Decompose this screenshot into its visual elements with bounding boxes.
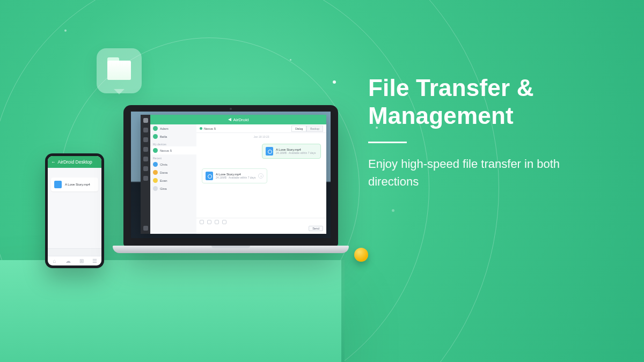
- airdroid-app: AirDroid Adam Bella My devices Nexus 5 R…: [141, 115, 326, 234]
- contact-row[interactable]: Adam: [150, 124, 196, 132]
- composer: Send: [196, 218, 326, 234]
- avatar-icon: [153, 186, 158, 191]
- attach-file-icon[interactable]: [200, 220, 204, 224]
- dock-icon[interactable]: [143, 176, 148, 181]
- attach-app-icon[interactable]: [222, 220, 226, 224]
- device-row-active[interactable]: Nexus 5: [150, 146, 196, 154]
- dock-icon[interactable]: [143, 137, 148, 142]
- airdroid-logo-icon: [228, 118, 231, 121]
- phone-mockup: ← AirDroid Desktop A Love Story.mp4 ⌂ ☁ …: [45, 153, 104, 268]
- file-icon: [266, 147, 273, 156]
- phone-title: AirDroid Desktop: [58, 159, 92, 165]
- avatar-icon: [153, 170, 158, 175]
- app-body: Adam Bella My devices Nexus 5 Recent Chr…: [150, 124, 326, 234]
- phone-input-bar[interactable]: [48, 248, 101, 256]
- composer-toolbar: [196, 218, 326, 226]
- decorative-ball: [354, 248, 368, 262]
- app-brand: AirDroid: [233, 117, 249, 122]
- laptop-lid: AirDroid Adam Bella My devices Nexus 5 R…: [123, 105, 338, 247]
- app-panel: AirDroid Adam Bella My devices Nexus 5 R…: [150, 115, 326, 234]
- attach-image-icon[interactable]: [215, 220, 219, 224]
- phone-titlebar: ← AirDroid Desktop: [48, 156, 101, 168]
- chat-pane: Nexus 5 Dialog Backup Jan 18 10:23: [196, 124, 326, 234]
- subheadline: Enjoy high-speed file transfer in both d…: [368, 155, 612, 190]
- back-icon[interactable]: ←: [51, 159, 56, 165]
- chat-header: Nexus 5 Dialog Backup: [196, 124, 326, 133]
- app-dock: [141, 115, 150, 234]
- contact-row[interactable]: Gina: [150, 184, 196, 193]
- dock-icon[interactable]: [143, 128, 148, 132]
- camera-dot: [230, 108, 232, 110]
- section-recent: Recent: [150, 154, 196, 160]
- avatar-icon: [153, 126, 158, 131]
- headline-line1: File Transfer &: [368, 75, 534, 101]
- chat-device: Nexus 5: [200, 127, 216, 130]
- tab-backup[interactable]: Backup: [306, 125, 323, 132]
- file-meta: 24.16MB · Available within 7 days: [276, 151, 316, 154]
- message-outgoing: A Love Story.mp4 24.16MB · Available wit…: [262, 144, 321, 159]
- dock-icon[interactable]: [143, 166, 148, 171]
- folder-bubble: [97, 48, 142, 93]
- nav-item[interactable]: ☁: [61, 256, 75, 265]
- laptop-screen: AirDroid Adam Bella My devices Nexus 5 R…: [131, 112, 331, 238]
- file-card[interactable]: A Love Story.mp4 24.16MB · Available wit…: [262, 144, 321, 159]
- attach-folder-icon[interactable]: [207, 220, 211, 224]
- dock-icon[interactable]: [143, 147, 148, 152]
- online-dot-icon: [200, 127, 202, 130]
- pedestal-edge: [341, 260, 345, 362]
- file-card[interactable]: A Love Story.mp4 24.16MB · Available wit…: [202, 168, 267, 183]
- headline: File Transfer & Management: [368, 74, 612, 130]
- avatar-icon: [153, 178, 158, 183]
- contact-row[interactable]: Dana: [150, 168, 196, 176]
- avatar-icon: [153, 134, 158, 139]
- device-list: Adam Bella My devices Nexus 5 Recent Chr…: [150, 124, 196, 234]
- pedestal: [0, 260, 343, 362]
- avatar-icon: [153, 162, 158, 167]
- phone-screen: ← AirDroid Desktop A Love Story.mp4 ⌂ ☁ …: [48, 156, 101, 265]
- chat-tabs: Dialog Backup: [291, 125, 323, 132]
- headline-line2: Management: [368, 102, 514, 129]
- laptop-mockup: AirDroid Adam Bella My devices Nexus 5 R…: [113, 105, 349, 267]
- tab-dialog[interactable]: Dialog: [291, 125, 306, 132]
- nav-item[interactable]: ⌂: [48, 256, 61, 265]
- file-icon: [206, 172, 213, 180]
- chat-thread: Jan 18 10:23 A Love Story.mp4 24: [196, 133, 326, 218]
- send-button[interactable]: Send: [309, 226, 323, 231]
- section-my-devices: My devices: [150, 141, 196, 146]
- dock-transfer-icon[interactable]: [143, 118, 148, 123]
- phone-body: A Love Story.mp4: [48, 168, 101, 248]
- folder-icon: [107, 62, 131, 80]
- headline-rule: [368, 142, 407, 143]
- nav-item[interactable]: ☰: [88, 256, 101, 265]
- phone-file-card[interactable]: A Love Story.mp4: [51, 178, 98, 191]
- contact-row[interactable]: Evan: [150, 176, 196, 184]
- nav-item[interactable]: ⊞: [75, 256, 88, 265]
- chat-date: Jan 18 10:23: [196, 135, 326, 138]
- marketing-copy: File Transfer & Management Enjoy high-sp…: [368, 74, 612, 190]
- contact-row[interactable]: Bella: [150, 132, 196, 141]
- laptop-base: [113, 246, 349, 253]
- device-icon: [153, 148, 158, 153]
- phone-navbar: ⌂ ☁ ⊞ ☰: [48, 256, 101, 265]
- contact-row[interactable]: Chris: [150, 160, 196, 168]
- chat-device-name: Nexus 5: [204, 127, 216, 130]
- download-icon[interactable]: ↓: [258, 173, 264, 179]
- dock-icon[interactable]: [143, 157, 148, 161]
- phone-file-name: A Love Story.mp4: [65, 183, 90, 186]
- app-titlebar: AirDroid: [150, 115, 326, 124]
- file-icon: [54, 181, 62, 188]
- file-meta: 24.16MB · Available within 7 days: [216, 176, 255, 179]
- dock-settings-icon[interactable]: [143, 226, 148, 231]
- message-incoming: A Love Story.mp4 24.16MB · Available wit…: [202, 168, 267, 183]
